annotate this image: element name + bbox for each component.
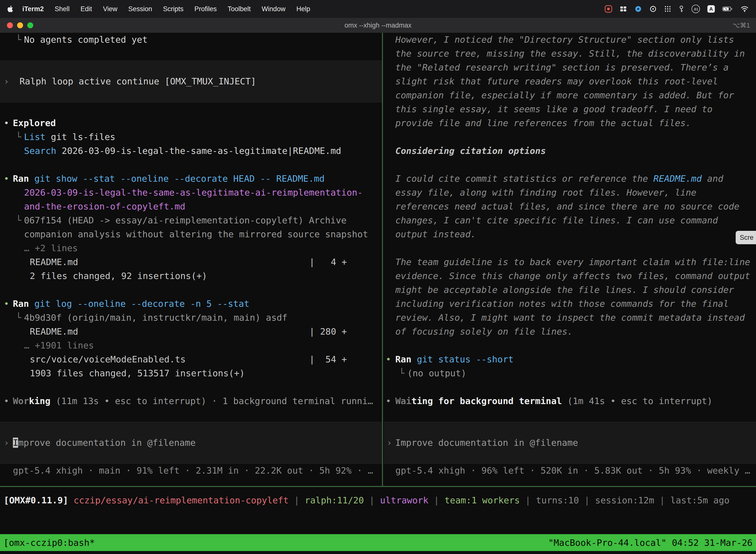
thinking-text: companion file, especially if more comme… — [395, 90, 734, 100]
apple-logo-icon[interactable] — [7, 5, 13, 12]
pane-divider-horizontal — [0, 486, 756, 487]
ring-app-icon[interactable] — [649, 5, 657, 13]
working-detail: (11m 13s • esc to interrupt) · 1 backgro… — [50, 396, 373, 406]
wifi-icon[interactable] — [741, 6, 749, 12]
prompt-chevron-icon: › — [4, 438, 9, 448]
thinking-text: review. Also, I might want to inspect th… — [395, 313, 745, 323]
thinking-line: review. Also, I might want to inspect th… — [384, 311, 756, 325]
command-output-line: └(no output) — [384, 366, 756, 380]
right-pane[interactable]: However, I noticed the "Directory Struct… — [384, 33, 756, 486]
tmux-status-bar: [omx-cczip0:bash* "MacBook-Pro-44.local"… — [0, 534, 756, 551]
separator: | — [428, 495, 444, 505]
ran-label: Ran — [13, 298, 29, 309]
blue-app-icon[interactable] — [634, 5, 642, 13]
thinking-line: of focusing solely on file lines. — [384, 325, 756, 339]
working-status-line: •Working (11m 13s • esc to interrupt) · … — [0, 394, 382, 408]
thinking-line: evidence. Since this change only affects… — [384, 269, 756, 283]
thinking-text: this single essay, it seems like a good … — [395, 104, 712, 114]
thinking-text: and — [702, 173, 723, 184]
thinking-text: might be acceptable alongside the file l… — [395, 285, 734, 295]
thinking-line: provide file and line references from th… — [384, 116, 756, 130]
thinking-text: evidence. Since this change only affects… — [395, 271, 750, 281]
more-lines-indicator: … +2 lines — [0, 241, 382, 255]
menu-profiles[interactable]: Profiles — [189, 5, 222, 13]
commit-text: 067f154 (HEAD -> essay/ai-reimplementati… — [24, 215, 346, 225]
ralph-banner: ›Ralph loop active continue [OMX_TMUX_IN… — [0, 61, 382, 102]
bullet-icon: • — [4, 298, 9, 309]
thinking-line: this single essay, it seems like a good … — [384, 102, 756, 116]
working-label: king — [29, 396, 51, 406]
explored-title: Explored — [13, 118, 56, 128]
agents-note-text: No agents completed yet — [24, 35, 148, 45]
commit-summary-line: companion analysis without altering the … — [0, 227, 382, 241]
menu-iterm2[interactable]: iTerm2 — [17, 5, 49, 13]
terminal-content: └No agents completed yet ›Ralph loop act… — [0, 33, 756, 554]
window-shortcut-badge: ⌥⌘1 — [733, 21, 750, 29]
menu-help[interactable]: Help — [291, 5, 316, 13]
menu-toolbelt[interactable]: Toolbelt — [222, 5, 256, 13]
commit-text: 4b9d30f (origin/main, instructkr/main, m… — [24, 313, 288, 323]
minimize-window-button[interactable] — [17, 22, 23, 28]
thinking-text: the source tree, missing the essay. Stil… — [395, 48, 745, 59]
text-cursor: I — [13, 438, 18, 448]
thinking-line: I could cite commit statistics or refere… — [384, 172, 756, 186]
command-text: git show --stat --oneline --decorate HEA… — [29, 173, 325, 184]
right-model-status-line: gpt-5.4 xhigh · 96% left · 520K in · 5.8… — [384, 464, 756, 478]
thinking-text: essay file, along with finding root file… — [395, 187, 696, 198]
thinking-line: changes, I can't cite specific file line… — [384, 214, 756, 227]
left-model-status-line: gpt-5.4 xhigh · main · 91% left · 2.31M … — [0, 464, 382, 478]
omx-ralph-counter: ralph:11/20 — [305, 495, 364, 505]
menu-scripts[interactable]: Scripts — [158, 5, 189, 13]
omx-turns: turns:10 — [536, 495, 579, 505]
tmux-session-label: [omx-cczip0:bash* — [3, 538, 95, 548]
thinking-text: of focusing solely on file lines. — [395, 326, 573, 337]
separator: | — [520, 495, 536, 505]
thinking-line: However, I noticed the "Directory Struct… — [384, 33, 756, 47]
no-output-text: (no output) — [407, 368, 466, 378]
tree-branch-icon: └ — [16, 35, 21, 45]
menu-session[interactable]: Session — [123, 5, 158, 13]
omx-status-line: [OMX#0.11.9] cczip/essay/ai-reimplementa… — [0, 493, 756, 507]
battery-icon[interactable] — [722, 5, 733, 13]
thinking-line: might be acceptable alongside the file l… — [384, 283, 756, 297]
waiting-label: ting for background terminal — [412, 396, 562, 406]
command-text: git log --oneline --decorate -n 5 --stat — [29, 298, 250, 309]
list-action: List — [24, 132, 46, 142]
screen-recording-icon[interactable] — [605, 5, 612, 13]
waiting-status-line: •Waiting for background terminal (1m 41s… — [384, 394, 756, 408]
omx-session: session:12m — [595, 495, 654, 505]
menu-view[interactable]: View — [98, 5, 123, 13]
explored-search-line: Search 2026-03-09-is-legal-the-same-as-l… — [0, 144, 382, 158]
close-window-button[interactable] — [7, 22, 13, 28]
commit-summary-line: └067f154 (HEAD -> essay/ai-reimplementat… — [0, 214, 382, 227]
thinking-text: the "Related research writing" section i… — [395, 62, 729, 72]
input-placeholder-text: mprove documentation in @filename — [18, 438, 195, 448]
screen-share-tooltip[interactable]: Scre — [736, 231, 756, 244]
right-input-box[interactable]: ›Improve documentation in @filename — [384, 422, 756, 464]
omx-version: [OMX#0.11.9] — [4, 495, 74, 505]
menu-edit[interactable]: Edit — [75, 5, 98, 13]
dots-grid-icon[interactable] — [664, 5, 671, 12]
ran-label: Ran — [395, 354, 412, 365]
left-input-box[interactable]: ›Improve documentation in @filename — [0, 422, 382, 464]
stat-badge-icon[interactable]: .61 — [692, 5, 700, 13]
zoom-window-button[interactable] — [27, 22, 33, 28]
menu-shell[interactable]: Shell — [49, 5, 75, 13]
menu-window[interactable]: Window — [256, 5, 291, 13]
ran-git-show-entry: •Ran git show --stat --oneline --decorat… — [0, 172, 382, 186]
thinking-heading: Considering citation options — [384, 144, 756, 158]
diffstat-line: README.md | 280 + — [0, 325, 382, 339]
left-pane[interactable]: └No agents completed yet ›Ralph loop act… — [0, 33, 382, 486]
separator: | — [364, 495, 380, 505]
bullet-icon: • — [4, 173, 9, 184]
ran-git-log-entry: •Ran git log --oneline --decorate -n 5 -… — [0, 297, 382, 311]
thinking-text: changes, I can't cite specific file line… — [395, 215, 718, 225]
keyboard-input-source-icon[interactable]: A — [707, 5, 715, 13]
key-icon[interactable] — [679, 5, 684, 13]
list-arg: git ls-files — [45, 132, 115, 142]
command-text: git status --short — [412, 354, 514, 365]
bullet-icon: • — [386, 396, 391, 406]
pane-divider-vertical[interactable] — [382, 33, 383, 486]
omx-branch: cczip/essay/ai-reimplementation-copyleft — [74, 495, 289, 505]
window-grid-icon[interactable] — [620, 5, 627, 13]
